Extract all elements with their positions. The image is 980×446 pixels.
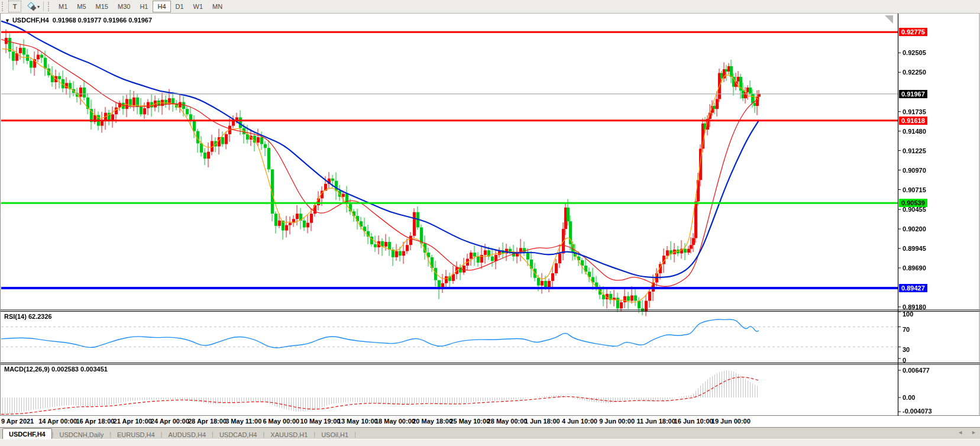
price-badge-current-price: 0.91967 — [899, 90, 927, 98]
rsi-axis-tick: 70 — [903, 326, 910, 333]
symbol-tab-usoil[interactable]: USOil,H1 — [315, 429, 354, 439]
top-toolbar: T ▾ M1M5M15M30H1H4D1W1MN — [0, 0, 980, 14]
time-axis-tick: 10 May 19:00 — [300, 418, 341, 425]
time-axis-tick: 21 Apr 10:00 — [114, 418, 152, 425]
time-axis-tick: 16 Jun 10:00 — [674, 418, 713, 425]
timeframe-button-h1[interactable]: H1 — [135, 1, 153, 12]
tab-scroll-left-icon[interactable]: ◄ — [958, 429, 963, 435]
rsi-axis-tick: 100 — [903, 311, 913, 318]
price-axis-tick: 0.92250 — [903, 69, 926, 76]
timeframe-toolbar-grip[interactable] — [48, 2, 52, 11]
timeframe-button-m15[interactable]: M15 — [91, 1, 113, 12]
price-axis-tick: 0.91735 — [903, 108, 926, 115]
time-axis-tick: 11 Jun 18:00 — [636, 418, 675, 425]
time-axis-tick: 9 Apr 2021 — [1, 418, 34, 425]
price-badge-resistance-line: 0.91618 — [899, 117, 927, 125]
timeframe-button-d1[interactable]: D1 — [171, 1, 189, 12]
time-axis-tick: 13 May 10:00 — [338, 418, 378, 425]
chart-title: ▼USDCHF,H4 0.91968 0.91977 0.91966 0.919… — [5, 17, 152, 24]
price-axis-tick: 0.90200 — [903, 225, 926, 232]
chart-style-button[interactable]: ▾ — [27, 1, 40, 12]
time-axis-tick: 1 Jun 18:00 — [525, 418, 560, 425]
timeframe-button-m30[interactable]: M30 — [113, 1, 135, 12]
timeframe-button-mn[interactable]: MN — [208, 1, 227, 12]
chart-canvas[interactable] — [0, 13, 980, 416]
symbol-tab-bar: USDCHF,H4|USDCNH,Daily|EURUSD,H4|AUDUSD,… — [0, 427, 980, 439]
chevron-down-icon: ▾ — [37, 4, 40, 9]
toolbar-grip[interactable] — [2, 2, 6, 11]
time-axis-tick: 6 May 00:00 — [263, 418, 299, 425]
time-axis-tick: 28 May 00:00 — [487, 418, 528, 425]
symbol-tab-audusd[interactable]: AUDUSD,H4 — [162, 429, 212, 439]
price-axis-tick: 0.91225 — [903, 147, 926, 154]
price-axis-tick: 0.89690 — [903, 264, 926, 272]
mt4-window: { "toolbar": { "text_tool_label": "T", "… — [0, 0, 980, 446]
price-badge-support-line: 0.90539 — [899, 199, 927, 207]
timeframe-button-w1[interactable]: W1 — [189, 1, 208, 12]
rsi-axis-tick: 30 — [903, 346, 910, 353]
time-axis-tick: 18 May 00:00 — [375, 418, 415, 425]
price-axis-tick: 0.90715 — [903, 186, 926, 193]
chart-style-icon — [28, 2, 36, 11]
price-axis-tick: 0.91480 — [903, 128, 926, 135]
time-axis-tick: 24 Apr 00:00 — [151, 418, 189, 425]
macd-axis-tick: 0.006477 — [903, 367, 930, 374]
symbol-tab-usdchf[interactable]: USDCHF,H4 — [2, 428, 52, 439]
symbol-tab-usdcnh[interactable]: USDCNH,Daily — [54, 429, 110, 439]
symbol-tab-xauusd[interactable]: XAUUSD,H1 — [264, 429, 313, 439]
time-axis-tick: 25 May 10:00 — [449, 418, 490, 425]
timeframe-button-h4[interactable]: H4 — [153, 1, 170, 12]
price-badge-support-line: 0.89427 — [899, 284, 927, 292]
collapse-triangle-icon[interactable]: ▼ — [5, 18, 10, 24]
price-badge-resistance-line: 0.92775 — [899, 28, 927, 36]
status-bar — [0, 439, 980, 446]
price-axis-tick: 0.92505 — [903, 49, 926, 56]
price-axis-tick: 0.89945 — [903, 245, 926, 252]
time-axis-tick: 14 Apr 00:00 — [38, 418, 77, 425]
macd-axis-tick: -0.004073 — [903, 408, 932, 415]
price-axis-tick: 0.89180 — [903, 303, 926, 311]
chart-quotes-label: 0.91968 0.91977 0.91966 0.91967 — [53, 17, 152, 24]
rsi-indicator-label: RSI(14) 62.2326 — [4, 313, 52, 320]
timeframe-button-m5[interactable]: M5 — [72, 1, 90, 12]
time-axis-tick: 3 May 11:00 — [225, 418, 261, 425]
time-axis-tick: 19 Jun 00:00 — [711, 418, 751, 425]
time-axis-tick: 16 Apr 18:00 — [76, 418, 114, 425]
time-axis-tick: 9 Jun 00:00 — [599, 418, 635, 425]
time-axis-tick: 4 Jun 10:00 — [562, 418, 597, 425]
macd-axis-tick: 0.00 — [903, 394, 915, 401]
tab-scroll-right-icon[interactable]: ► — [971, 429, 976, 435]
text-tool-button[interactable]: T — [8, 1, 21, 12]
price-axis-tick: 0.90970 — [903, 167, 926, 174]
tab-divider: | — [354, 431, 356, 438]
time-axis-tick: 28 Apr 18:00 — [188, 418, 227, 425]
chart-symbol-label: USDCHF,H4 — [12, 17, 49, 24]
toolbar-separator — [43, 2, 44, 11]
macd-indicator-label: MACD(12,26,9) 0.002583 0.003451 — [4, 366, 108, 373]
symbol-tab-eurusd[interactable]: EURUSD,H4 — [111, 429, 161, 439]
chart-window: ▼USDCHF,H4 0.91968 0.91977 0.91966 0.919… — [0, 13, 980, 416]
rsi-axis-tick: 0 — [903, 357, 906, 364]
time-axis-tick: 20 May 18:00 — [412, 418, 452, 425]
symbol-tab-usdcad[interactable]: USDCAD,H4 — [214, 429, 263, 439]
timeframe-button-m1[interactable]: M1 — [54, 1, 72, 12]
